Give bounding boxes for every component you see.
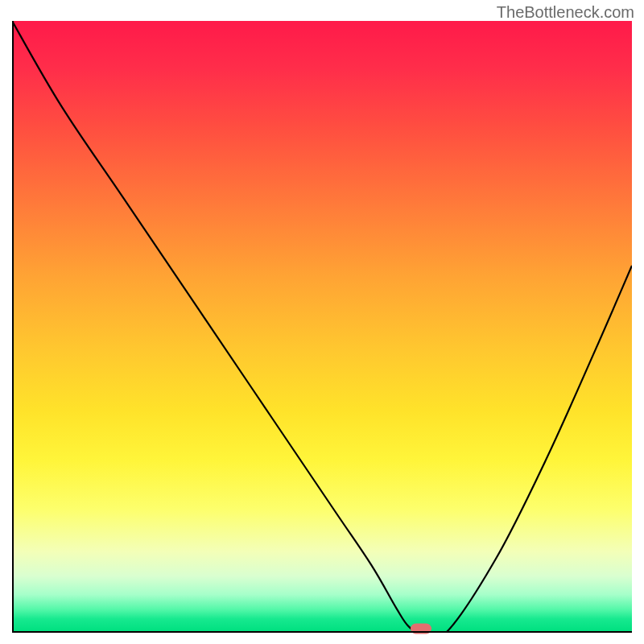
plot-area: [12, 21, 632, 633]
chart-container: [12, 21, 632, 633]
gradient-background: [14, 21, 632, 631]
watermark-text: TheBottleneck.com: [497, 3, 634, 22]
x-axis: [12, 631, 632, 633]
y-axis: [12, 21, 14, 633]
